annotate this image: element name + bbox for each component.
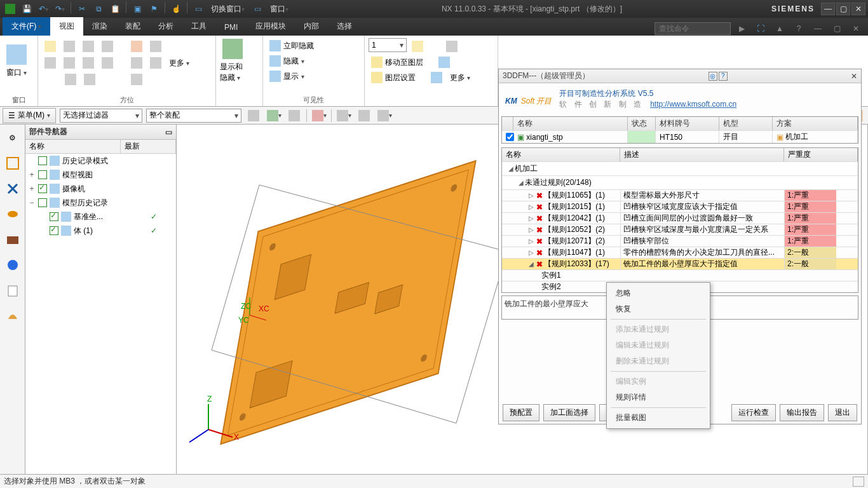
filter-combo-2[interactable]: 整个装配 — [146, 109, 241, 123]
rcol-desc[interactable]: 描述 — [620, 148, 784, 161]
sel-btn-2[interactable] — [266, 108, 282, 123]
hide-immediate-item[interactable]: 立即隐藏 — [267, 38, 360, 53]
rule-row[interactable]: ▷✖【规则12071】(2)凹槽狭窄部位1:严重 — [502, 235, 858, 247]
qat-repeat-icon[interactable]: ▣ — [130, 2, 145, 16]
qat-copy-icon[interactable]: ⧉ — [91, 2, 106, 16]
tab-internal[interactable]: 内部 — [295, 17, 328, 36]
ori-btn-5[interactable] — [128, 38, 145, 55]
ori-btn-6[interactable] — [147, 38, 164, 55]
qat-window2-icon[interactable]: ▭ — [250, 2, 265, 16]
settings-icon[interactable]: ⚙ — [3, 128, 22, 147]
ori-btn-9[interactable] — [80, 55, 97, 71]
tab-app[interactable]: 应用模块 — [247, 17, 295, 36]
sel-btn-1[interactable] — [245, 108, 262, 123]
sel-btn-4[interactable] — [311, 108, 327, 123]
ori-btn-12[interactable] — [147, 55, 164, 71]
tab-render[interactable]: 渲染 — [83, 17, 116, 36]
command-search-input[interactable] — [654, 22, 731, 35]
ori-btn-1[interactable] — [42, 38, 58, 55]
rule-category[interactable]: ◢未通过规则(20/148) — [502, 175, 858, 189]
rule-row[interactable]: ▷✖【规则12042】(1)凹槽立面间同层的小过渡圆角最好一致1:严重 — [502, 212, 858, 224]
layer-smbtn[interactable] — [409, 38, 426, 55]
qat-switch-window[interactable]: 切换窗口 — [207, 2, 248, 16]
search-go-icon[interactable]: ▶ — [733, 22, 750, 36]
dfm-icon-o[interactable]: ◎ — [709, 72, 717, 81]
rule-root[interactable]: ◢机加工 — [502, 161, 858, 175]
menu-button[interactable]: ☰菜单(M) — [3, 108, 56, 123]
part-row[interactable]: ▣ xiangti_stp HT150 开目 ▣ 机加工 — [502, 130, 858, 143]
tree-item[interactable]: −模型历史记录 — [25, 196, 176, 210]
col-machine[interactable]: 机型 — [719, 117, 773, 130]
tab-tools[interactable]: 工具 — [182, 17, 215, 36]
ori-btn-11[interactable] — [128, 55, 145, 71]
layer-settings-item[interactable]: 图层设置更多 — [369, 70, 494, 85]
menu-item[interactable]: 忽略 — [607, 285, 710, 301]
up-icon[interactable]: ▲ — [771, 22, 788, 36]
qat-paste-icon[interactable]: 📋 — [107, 2, 123, 16]
qat-flag-icon[interactable]: ⚑ — [146, 2, 161, 16]
tree-item[interactable]: 体 (1)✓ — [25, 224, 176, 238]
sel-btn-3[interactable] — [286, 108, 302, 123]
ori-btn-13[interactable] — [62, 71, 79, 88]
dfm-icon-q[interactable]: ? — [719, 72, 728, 81]
qat-undo-icon[interactable]: ↶ — [36, 2, 51, 16]
dfm-url[interactable]: http://www.kmsoft.com.cn — [650, 100, 736, 109]
nav-icon-4[interactable] — [3, 230, 22, 249]
ori-btn-3[interactable] — [80, 38, 97, 55]
btn-run[interactable]: 运行检查 — [731, 404, 776, 421]
qat-window1-icon[interactable]: ▭ — [191, 2, 206, 16]
tab-file[interactable]: 文件(F) — [3, 17, 50, 36]
rule-row[interactable]: ▷✖【规则11065】(1)模型需标最大外形尺寸1:严重 — [502, 189, 858, 201]
qat-save-icon[interactable]: 💾 — [19, 2, 34, 16]
maximize-button[interactable]: ▢ — [836, 3, 850, 15]
rule-row[interactable]: ◢✖【规则12033】(17)铣加工件的最小壁厚应大于指定值2:一般 — [502, 258, 858, 269]
fullscreen-icon[interactable]: ⛶ — [752, 22, 769, 36]
status-button[interactable] — [853, 477, 864, 487]
navigator-tree[interactable]: 历史记录模式+模型视图+摄像机−模型历史记录基准坐...✓体 (1)✓ — [25, 154, 176, 477]
hide-item[interactable]: 隐藏 — [267, 53, 360, 69]
vis-smbtn1[interactable] — [444, 38, 460, 55]
rule-row[interactable]: ▷✖【规则11047】(1)零件的槽腔转角的大小决定加工刀具的直径...2:一般 — [502, 247, 858, 258]
pin-icon[interactable]: ▭ — [165, 128, 172, 137]
ori-btn-7[interactable] — [42, 55, 58, 71]
ori-btn-2[interactable] — [61, 38, 78, 55]
filter-combo-1[interactable]: 无选择过滤器 — [60, 109, 142, 123]
col-material[interactable]: 材料牌号 — [656, 117, 719, 130]
help-icon[interactable]: ? — [790, 22, 807, 36]
col-status[interactable]: 状态 — [628, 117, 656, 130]
qat-window-menu[interactable]: 窗口 — [266, 2, 292, 16]
menu-item[interactable]: 规则详情 — [607, 390, 710, 405]
qat-touch-icon[interactable]: ☝ — [168, 2, 184, 16]
rule-row[interactable]: ▷✖【规则12015】(1)凹槽狭窄区域宽度应该大于指定值1:严重 — [502, 201, 858, 212]
minimize-button[interactable]: — — [821, 3, 835, 15]
close2-icon[interactable]: ✕ — [848, 22, 864, 36]
btn-report[interactable]: 输出报告 — [780, 404, 824, 421]
tab-pmi[interactable]: PMI — [215, 19, 247, 36]
nav-icon-6[interactable] — [3, 281, 22, 300]
ori-btn-14[interactable] — [81, 71, 98, 88]
tab-analysis[interactable]: 分析 — [149, 17, 182, 36]
nav-icon-7[interactable] — [3, 306, 22, 325]
tab-view[interactable]: 视图 — [50, 17, 83, 36]
rule-row[interactable]: ▷✖【规则12052】(2)凹槽狭窄区域深度与最小宽度满足一定关系1:严重 — [502, 224, 858, 235]
qat-cut-icon[interactable]: ✂ — [74, 2, 90, 16]
col-plan[interactable]: 方案 — [773, 117, 858, 130]
window-big-button[interactable]: 窗口 — [4, 38, 29, 84]
btn-faceselect[interactable]: 加工面选择 — [543, 404, 595, 421]
sel-btn-7[interactable] — [376, 108, 393, 123]
rcol-name[interactable]: 名称 — [502, 148, 620, 161]
tree-item[interactable]: 基准坐...✓ — [25, 210, 176, 224]
btn-exit[interactable]: 退出 — [828, 404, 857, 421]
nav-icon-3[interactable] — [3, 205, 22, 224]
close-button[interactable]: ✕ — [851, 3, 865, 15]
sel-btn-6[interactable] — [356, 108, 372, 123]
ori-btn-4[interactable] — [99, 38, 116, 55]
nav-icon-5[interactable] — [3, 255, 22, 274]
dfm-close-icon[interactable]: ✕ — [851, 72, 857, 81]
rcol-sev[interactable]: 严重度 — [784, 148, 858, 161]
col-name[interactable]: 名称 — [513, 117, 628, 130]
tab-select[interactable]: 选择 — [328, 17, 361, 36]
showhide-big-button[interactable]: 显示和隐藏 — [220, 38, 245, 84]
tree-item[interactable]: 历史记录模式 — [25, 154, 176, 168]
btn-preconfig[interactable]: 预配置 — [503, 404, 539, 421]
